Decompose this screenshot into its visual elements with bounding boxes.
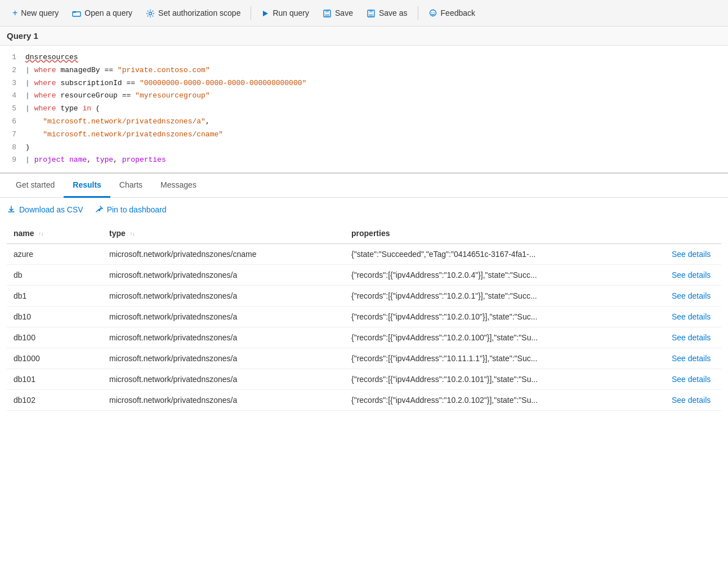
pin-dashboard-button[interactable]: Pin to dashboard (95, 205, 167, 214)
svg-point-3 (149, 12, 152, 15)
col-header-name[interactable]: name ↑↓ (7, 223, 102, 244)
pin-icon (95, 205, 104, 214)
table-row: db102 microsoft.network/privatednszones/… (7, 390, 721, 411)
sort-icons-name[interactable]: ↑↓ (38, 232, 43, 237)
svg-point-12 (431, 12, 432, 13)
query-title-bar: Query 1 (0, 26, 728, 46)
tab-results[interactable]: Results (64, 174, 110, 198)
svg-rect-6 (325, 10, 329, 12)
gear-icon (146, 8, 155, 18)
col-header-properties: properties (345, 223, 665, 244)
table-row: db101 microsoft.network/privatednszones/… (7, 369, 721, 390)
cell-link[interactable]: See details (665, 327, 721, 348)
play-icon (261, 8, 269, 18)
cell-properties: {"records":[{"ipv4Address":"10.11.1.1"}]… (345, 348, 665, 369)
save-button[interactable]: Save (317, 5, 359, 21)
cell-type: microsoft.network/privatednszones/a (102, 265, 345, 286)
cell-link[interactable]: See details (665, 307, 721, 327)
cell-link[interactable]: See details (665, 348, 721, 369)
see-details-link[interactable]: See details (672, 312, 711, 321)
folder-icon (72, 8, 81, 18)
divider-2 (418, 6, 418, 20)
table-row: db100 microsoft.network/privatednszones/… (7, 327, 721, 348)
see-details-link[interactable]: See details (672, 270, 711, 279)
save-as-button[interactable]: Save as (361, 5, 413, 21)
cell-type: microsoft.network/privatednszones/cname (102, 244, 345, 265)
table-header-row: name ↑↓ type ↑↓ properties (7, 223, 721, 244)
cell-properties: {"state":"Succeeded","eTag":"0414651c-31… (345, 244, 665, 265)
col-header-action (665, 223, 721, 244)
cell-name: azure (7, 244, 102, 265)
cell-name: db101 (7, 369, 102, 390)
cell-properties: {"records":[{"ipv4Address":"10.2.0.102"}… (345, 390, 665, 411)
code-line-9: 9 | project name, type, properties (0, 154, 728, 167)
cell-name: db1 (7, 286, 102, 307)
cell-link[interactable]: See details (665, 390, 721, 411)
cell-name: db100 (7, 327, 102, 348)
cell-properties: {"records":[{"ipv4Address":"10.2.0.4"}],… (345, 265, 665, 286)
feedback-icon (428, 8, 437, 18)
results-actions: Download as CSV Pin to dashboard (7, 205, 721, 214)
code-line-7: 7 "microsoft.network/privatednszones/cna… (0, 128, 728, 141)
table-row: db1000 microsoft.network/privatednszones… (7, 348, 721, 369)
new-query-button[interactable]: + New query (7, 5, 64, 21)
cell-type: microsoft.network/privatednszones/a (102, 348, 345, 369)
cell-name: db1000 (7, 348, 102, 369)
cell-name: db102 (7, 390, 102, 411)
cell-name: db10 (7, 307, 102, 327)
toolbar: + New query Open a query Set authorizati… (0, 0, 728, 26)
tab-get-started[interactable]: Get started (7, 174, 64, 198)
svg-rect-2 (73, 11, 76, 13)
svg-point-13 (434, 12, 435, 13)
cell-link[interactable]: See details (665, 286, 721, 307)
cell-link[interactable]: See details (665, 244, 721, 265)
col-header-type[interactable]: type ↑↓ (102, 223, 345, 244)
svg-rect-10 (369, 14, 373, 16)
feedback-button[interactable]: Feedback (423, 5, 481, 21)
code-line-3: 3 | where subscriptionId == "00000000-00… (0, 77, 728, 90)
download-csv-button[interactable]: Download as CSV (7, 205, 83, 214)
table-row: db microsoft.network/privatednszones/a {… (7, 265, 721, 286)
divider-1 (251, 6, 251, 20)
code-line-5: 5 | where type in ( (0, 103, 728, 116)
table-row: db10 microsoft.network/privatednszones/a… (7, 307, 721, 327)
cell-properties: {"records":[{"ipv4Address":"10.2.0.100"}… (345, 327, 665, 348)
see-details-link[interactable]: See details (672, 354, 711, 363)
cell-type: microsoft.network/privatednszones/a (102, 369, 345, 390)
cell-link[interactable]: See details (665, 265, 721, 286)
tabs-bar: Get started Results Charts Messages (0, 174, 728, 198)
tab-charts[interactable]: Charts (110, 174, 151, 198)
run-query-button[interactable]: Run query (256, 5, 315, 21)
query-title: Query 1 (7, 31, 38, 41)
svg-point-11 (430, 10, 436, 16)
see-details-link[interactable]: See details (672, 250, 711, 259)
cell-link[interactable]: See details (665, 369, 721, 390)
cell-type: microsoft.network/privatednszones/a (102, 390, 345, 411)
code-editor[interactable]: 1 dnsresources 2 | where managedBy == "p… (0, 46, 728, 174)
open-query-button[interactable]: Open a query (66, 5, 138, 21)
download-icon (7, 205, 16, 214)
table-row: azure microsoft.network/privatednszones/… (7, 244, 721, 265)
svg-rect-9 (369, 10, 373, 12)
cell-name: db (7, 265, 102, 286)
sort-icons-type[interactable]: ↑↓ (130, 232, 135, 237)
set-auth-button[interactable]: Set authorization scope (140, 5, 246, 21)
code-line-6: 6 "microsoft.network/privatednszones/a", (0, 116, 728, 128)
cell-type: microsoft.network/privatednszones/a (102, 307, 345, 327)
code-line-1: 1 dnsresources (0, 51, 728, 64)
see-details-link[interactable]: See details (672, 333, 711, 342)
code-line-8: 8 ) (0, 141, 728, 154)
plus-icon: + (12, 8, 17, 18)
results-table: name ↑↓ type ↑↓ properties azure microso… (7, 223, 721, 411)
see-details-link[interactable]: See details (672, 291, 711, 300)
see-details-link[interactable]: See details (672, 375, 711, 384)
code-line-2: 2 | where managedBy == "private.contoso.… (0, 64, 728, 77)
cell-properties: {"records":[{"ipv4Address":"10.2.0.101"}… (345, 369, 665, 390)
save-as-icon (367, 8, 376, 18)
save-icon (323, 8, 332, 18)
svg-marker-4 (263, 11, 268, 16)
cell-properties: {"records":[{"ipv4Address":"10.2.0.10"}]… (345, 307, 665, 327)
cell-type: microsoft.network/privatednszones/a (102, 327, 345, 348)
tab-messages[interactable]: Messages (151, 174, 206, 198)
see-details-link[interactable]: See details (672, 396, 711, 405)
